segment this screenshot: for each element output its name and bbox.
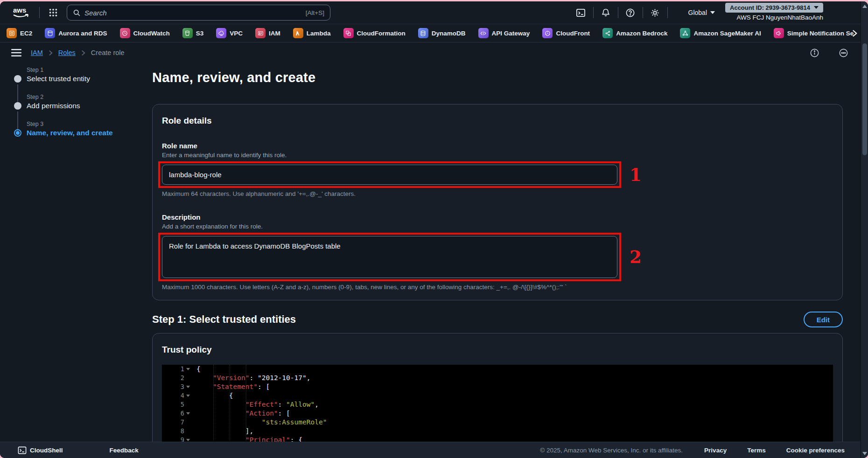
code-text: "sts:AssumeRole" [192,418,327,427]
favorite-service-label: Aurora and RDS [58,30,107,37]
lambda-icon [293,28,303,38]
favorites-overflow-chevron[interactable] [852,24,858,42]
cloudfront-icon [542,28,553,38]
step-title: Name, review, and create [27,129,145,137]
code-line-3[interactable]: 3 "Statement": [ [162,382,833,391]
wizard-step-1[interactable]: Step 1Select trusted entity [14,67,145,83]
footer-link-terms[interactable]: Terms [747,447,766,454]
help-icon[interactable] [625,7,636,18]
role-description-field: Description Add a short explanation for … [162,213,833,291]
favorite-service-s3[interactable]: S3 [182,28,204,38]
field-label: Description [162,213,833,221]
favorite-service-label: S3 [196,30,204,37]
footer-link-cookie-preferences[interactable]: Cookie preferences [786,447,845,454]
favorite-service-cloudfront[interactable]: CloudFront [542,28,590,38]
favorite-service-label: CloudFormation [357,30,406,37]
fold-caret-icon[interactable] [184,439,192,441]
step-number: Step 3 [27,121,145,127]
step-bullet [14,75,21,83]
step-number: Step 1 [27,67,145,73]
code-line-8[interactable]: 8 ], [162,427,833,436]
footer-link-privacy[interactable]: Privacy [704,447,727,454]
breadcrumb-link-iam[interactable]: IAM [31,49,43,56]
cloudshell-terminal-icon [18,446,27,455]
notifications-bell-icon[interactable] [600,7,611,18]
trust-policy-panel: Trust policy 1{2 "Version": "2012-10-17"… [152,333,843,442]
search-shortcut: [Alt+S] [306,9,324,16]
field-hint: Maximum 1000 characters. Use letters (A-… [162,284,833,291]
favorite-service-cloudformation[interactable]: CloudFormation [343,28,406,38]
fold-caret-icon[interactable] [184,368,192,370]
favorite-service-amazon-sagemaker-ai[interactable]: Amazon SageMaker AI [680,28,761,38]
favorite-service-iam[interactable]: IAM [255,28,280,38]
field-hint: Maximum 64 characters. Use alphanumeric … [162,190,833,197]
code-line-4[interactable]: 4 { [162,391,833,400]
tools-panel-icon[interactable] [838,48,848,58]
code-line-5[interactable]: 5 "Effect": "Allow", [162,400,833,409]
line-number: 1 [162,365,184,374]
favorite-service-lambda[interactable]: Lambda [293,28,331,38]
code-text: ], [192,427,253,436]
iam-icon [255,28,266,38]
code-line-2[interactable]: 2 "Version": "2012-10-17", [162,374,833,382]
info-icon[interactable] [809,48,819,58]
svg-text:aws: aws [13,6,26,14]
region-selector[interactable]: Global [688,9,715,16]
edit-button[interactable]: Edit [804,312,843,327]
chevron-down-icon [710,11,715,14]
trust-policy-code-editor[interactable]: 1{2 "Version": "2012-10-17",3 "Statement… [162,365,833,442]
apps-grid-icon[interactable] [47,7,59,19]
favorite-service-aurora-and-rds[interactable]: Aurora and RDS [45,28,107,38]
fold-caret-icon[interactable] [184,386,192,388]
code-text: { [192,365,201,374]
favorite-service-api-gateway[interactable]: API Gateway [478,28,530,38]
favorite-service-label: CloudFront [556,30,590,37]
code-line-1[interactable]: 1{ [162,365,833,374]
cloudformation-icon [343,28,354,38]
sagemaker-icon [680,28,690,38]
favorite-service-vpc[interactable]: VPC [216,28,243,38]
search-bar[interactable]: [Alt+S] [67,5,330,21]
scroll-up-arrow[interactable] [861,2,868,10]
role-description-textarea[interactable] [162,236,617,278]
settings-gear-icon[interactable] [650,7,661,18]
user-name[interactable]: AWS FCJ NguyenNhatBaoAnh [736,14,823,21]
favorite-service-cloudwatch[interactable]: CloudWatch [120,28,170,38]
favorite-service-label: DynamoDB [432,30,466,37]
wizard-step-2[interactable]: Step 2Add permissions [14,94,145,110]
main-row: Step 1Select trusted entityStep 2Add per… [0,63,868,442]
search-input[interactable] [84,9,302,17]
field-description: Add a short explanation for this role. [162,223,833,230]
breadcrumb-current: Create role [91,49,125,56]
favorite-service-label: API Gateway [492,30,530,37]
scrollbar[interactable] [861,1,868,458]
cloudshell-terminal-icon[interactable] [575,7,587,18]
breadcrumb-link-roles[interactable]: Roles [58,49,76,56]
favorite-service-simple-notification-se[interactable]: Simple Notification Se [774,28,854,38]
sns-icon [774,28,784,38]
favorite-service-ec2[interactable]: EC2 [7,28,32,38]
favorite-service-label: Simple Notification Se [787,30,854,37]
wizard-step-3[interactable]: Step 3Name, review, and create [14,121,145,137]
code-line-9[interactable]: 9 "Principal": { [162,436,833,442]
scrollbar-thumb[interactable] [862,43,867,155]
menu-icon[interactable] [10,47,22,59]
step-bullet [14,129,21,137]
account-id-badge[interactable]: Account ID: 2939-3673-9814 [725,3,823,13]
favorite-service-amazon-bedrock[interactable]: Amazon Bedrock [602,28,667,38]
scroll-down-arrow[interactable] [861,450,868,457]
cloudshell-button[interactable]: CloudShell [18,446,63,455]
aws-logo-icon[interactable]: aws [11,6,32,20]
page-title: Name, review, and create [152,70,843,85]
code-line-6[interactable]: 6 "Action": [ [162,409,833,418]
code-line-7[interactable]: 7 "sts:AssumeRole" [162,418,833,427]
favorite-service-dynamodb[interactable]: DynamoDB [418,28,466,38]
fold-caret-icon[interactable] [184,412,192,415]
fold-caret-icon[interactable] [184,395,192,397]
footer-links: PrivacyTermsCookie preferences [704,447,845,454]
role-name-input[interactable] [162,165,617,185]
feedback-button[interactable]: Feedback [110,447,139,454]
line-number: 8 [162,427,184,436]
section-title: Step 1: Select trusted entities [152,313,296,326]
annotation-number-1: 1 [630,165,642,185]
